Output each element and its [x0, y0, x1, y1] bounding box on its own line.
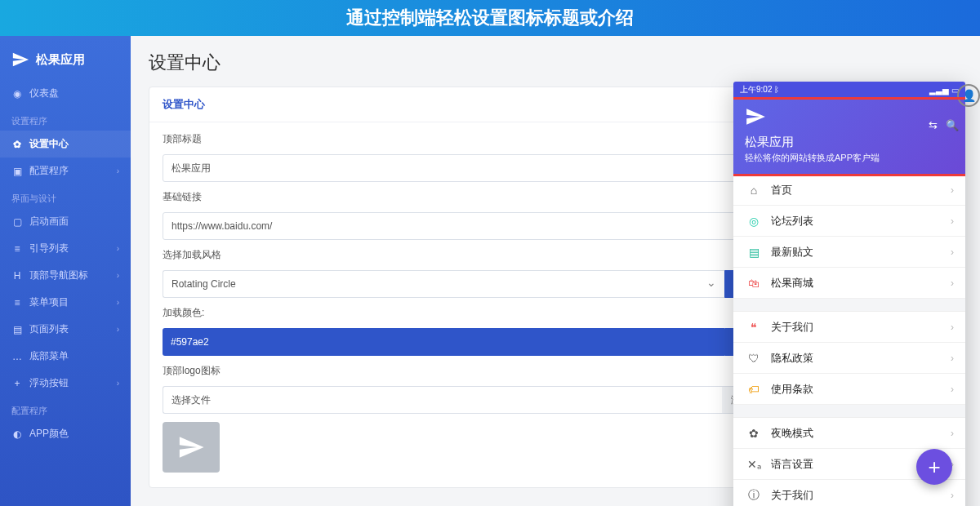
plane-icon	[11, 51, 29, 69]
phone-title: 松果应用	[745, 135, 954, 150]
menu-item-icon: 🛍	[745, 277, 763, 290]
sidebar-item-label: 引导列表	[29, 242, 69, 255]
chevron-right-icon: ›	[117, 379, 119, 388]
menu-item-icon: ❝	[745, 321, 763, 334]
sidebar-item[interactable]: ▤页面列表›	[0, 316, 131, 343]
sidebar-item[interactable]: ◉仪表盘	[0, 80, 131, 107]
file-input[interactable]	[163, 386, 722, 414]
menu-item-label: 夜晚模式	[771, 426, 813, 441]
phone-menu-item[interactable]: ✿夜晚模式›	[733, 418, 965, 449]
sidebar-item[interactable]: ▢启动画面	[0, 208, 131, 235]
chevron-right-icon: ›	[117, 244, 119, 253]
phone-menu-item[interactable]: ◎论坛列表›	[733, 206, 965, 237]
sidebar-item-label: 启动画面	[29, 215, 69, 229]
sidebar-item-icon: ▢	[11, 216, 23, 228]
phone-menu-item[interactable]: 🛡隐私政策›	[733, 343, 965, 374]
sidebar-item[interactable]: ✿设置中心	[0, 131, 131, 158]
sidebar-group: 界面与设计	[0, 184, 131, 208]
brand[interactable]: 松果应用	[0, 44, 131, 80]
chevron-right-icon: ›	[117, 166, 119, 175]
sidebar-group: 配置程序	[0, 397, 131, 420]
chevron-right-icon: ›	[117, 298, 119, 307]
fab-button[interactable]: +	[916, 449, 952, 485]
chevron-right-icon: ›	[117, 271, 119, 280]
sidebar-item-label: 页面列表	[29, 322, 69, 336]
sidebar-item-label: APP颜色	[29, 427, 69, 441]
logo-placeholder	[163, 422, 220, 473]
sidebar-item-icon: ≡	[11, 297, 23, 308]
signal-icon: ▂▃▅ ▭	[929, 86, 959, 95]
phone-header: 松果应用 轻松将你的网站转换成APP客户端 ⇆ 🔍	[733, 98, 965, 175]
search-icon[interactable]: 🔍	[946, 119, 959, 131]
menu-item-label: 最新贴文	[771, 245, 813, 260]
phone-menu-item[interactable]: 🛍松果商城›	[733, 268, 965, 299]
sidebar-item[interactable]: ≡菜单项目›	[0, 289, 131, 316]
sidebar-item-label: 底部菜单	[29, 349, 69, 363]
menu-item-label: 使用条款	[771, 382, 813, 397]
page-title: 设置中心	[149, 51, 962, 75]
phone-menu-item[interactable]: ▤最新贴文›	[733, 237, 965, 268]
phone-menu-item[interactable]: 🏷使用条款›	[733, 374, 965, 405]
chevron-right-icon: ›	[951, 277, 954, 289]
sidebar-item-icon: ◉	[11, 88, 23, 100]
chevron-right-icon: ›	[951, 184, 954, 196]
chevron-right-icon: ›	[951, 215, 954, 227]
top-banner: 通过控制端轻松设置图标标题或介绍	[0, 0, 980, 36]
sidebar-item-label: 菜单项目	[29, 295, 69, 309]
phone-menu-item[interactable]: ⌂首页›	[733, 175, 965, 206]
phone-menu-item[interactable]: ❝关于我们›	[733, 312, 965, 343]
menu-item-label: 论坛列表	[771, 214, 813, 229]
phone-subtitle: 轻松将你的网站转换成APP客户端	[745, 152, 954, 164]
sidebar-item-label: 浮动按钮	[29, 376, 69, 390]
load-color-input[interactable]: #597ae2	[163, 328, 724, 356]
sidebar-item[interactable]: +浮动按钮›	[0, 370, 131, 397]
menu-item-icon: ✕ₐ	[745, 458, 763, 471]
load-color-label: 加载颜色:	[163, 306, 760, 320]
sidebar-item-label: 仪表盘	[29, 87, 59, 100]
menu-item-label: 关于我们	[771, 488, 813, 503]
sidebar-item[interactable]: …底部菜单	[0, 343, 131, 370]
sidebar-item-icon: ◐	[11, 428, 23, 440]
avatar-icon[interactable]: 👤	[957, 84, 980, 107]
menu-item-label: 首页	[771, 183, 792, 198]
chevron-right-icon: ›	[117, 325, 119, 334]
chevron-right-icon: ›	[951, 353, 954, 364]
chevron-right-icon: ›	[951, 322, 954, 333]
menu-item-icon: ◎	[745, 215, 763, 228]
base-link-input[interactable]	[163, 212, 760, 240]
menu-item-icon: 🛡	[745, 352, 763, 365]
sidebar-item-icon: ≡	[11, 243, 23, 255]
base-link-label: 基础链接	[163, 190, 760, 204]
sidebar-item[interactable]: ≡引导列表›	[0, 235, 131, 262]
top-title-input[interactable]	[163, 154, 760, 182]
menu-item-icon: 🏷	[745, 383, 763, 396]
sidebar: 松果应用 ◉仪表盘设置程序✿设置中心▣配置程序›界面与设计▢启动画面≡引导列表›…	[0, 36, 131, 506]
sidebar-group: 设置程序	[0, 107, 131, 131]
sidebar-item[interactable]: ◐APP颜色	[0, 420, 131, 447]
sidebar-item-icon: +	[11, 378, 23, 389]
share-icon[interactable]: ⇆	[929, 119, 938, 131]
menu-item-label: 松果商城	[771, 276, 813, 291]
chevron-right-icon: ›	[951, 384, 954, 395]
plane-icon	[177, 433, 205, 461]
sidebar-item-label: 顶部导航图标	[29, 269, 88, 282]
menu-item-icon: ⌂	[745, 184, 763, 197]
plane-icon	[745, 106, 766, 127]
menu-item-label: 语言设置	[771, 457, 813, 472]
brand-label: 松果应用	[36, 52, 85, 68]
top-logo-label: 顶部logo图标	[163, 364, 760, 378]
menu-item-label: 关于我们	[771, 320, 813, 335]
menu-item-label: 隐私政策	[771, 351, 813, 366]
sidebar-item-icon: ✿	[11, 139, 23, 150]
sidebar-item-icon: …	[11, 351, 23, 362]
sidebar-item[interactable]: ▣配置程序›	[0, 158, 131, 184]
menu-item-icon: ▤	[745, 246, 763, 259]
chevron-right-icon: ›	[951, 428, 954, 439]
sidebar-item-icon: ▣	[11, 166, 23, 177]
separator	[733, 299, 965, 312]
load-style-select[interactable]	[163, 270, 724, 298]
sidebar-item-icon: H	[11, 270, 23, 282]
load-style-label: 选择加载风格	[163, 248, 760, 262]
sidebar-item[interactable]: H顶部导航图标›	[0, 262, 131, 289]
top-title-label: 顶部标题	[163, 132, 760, 146]
